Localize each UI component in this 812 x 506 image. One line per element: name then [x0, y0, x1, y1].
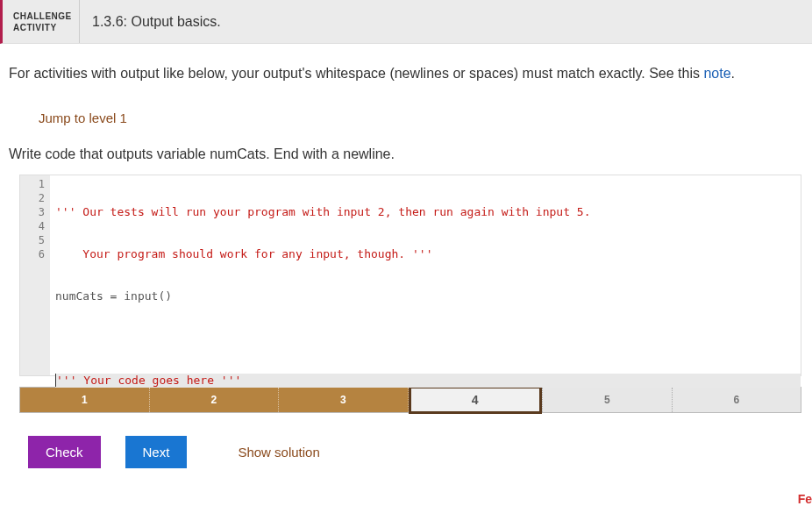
code-string: ''' Your code goes here ''': [56, 374, 241, 387]
line-number: 5: [20, 233, 45, 247]
code-area[interactable]: ''' Our tests will run your program with…: [20, 175, 801, 458]
code-string: Your program should work for any input, …: [55, 247, 432, 260]
code-plain: numCats = input(): [55, 289, 172, 303]
intro-text-before: For activities with output like below, y…: [9, 66, 703, 81]
line-number: 2: [20, 191, 45, 205]
line-gutter: 1 2 3 4 5 6: [20, 175, 50, 375]
prompt-text: Write code that outputs variable numCats…: [9, 146, 801, 162]
activity-header: CHALLENGE ACTIVITY 1.3.6: Output basics.: [0, 0, 812, 44]
line-number: 4: [20, 219, 45, 233]
intro-text: For activities with output like below, y…: [9, 63, 801, 84]
challenge-activity-label: CHALLENGE ACTIVITY: [3, 0, 80, 43]
code-string: ''' Our tests will run your program with…: [55, 205, 590, 218]
jump-to-level-link[interactable]: Jump to level 1: [39, 110, 801, 125]
intro-note-link[interactable]: note: [703, 66, 730, 81]
footer-partial-text: Fe: [798, 492, 812, 506]
line-number: 3: [20, 205, 45, 219]
intro-text-after: .: [731, 66, 735, 81]
activity-title: 1.3.6: Output basics.: [80, 0, 233, 43]
line-number: 1: [20, 177, 45, 191]
code-editor[interactable]: 1 2 3 4 5 6 ''' Our tests will run your …: [19, 175, 801, 376]
line-number: 6: [20, 247, 45, 261]
